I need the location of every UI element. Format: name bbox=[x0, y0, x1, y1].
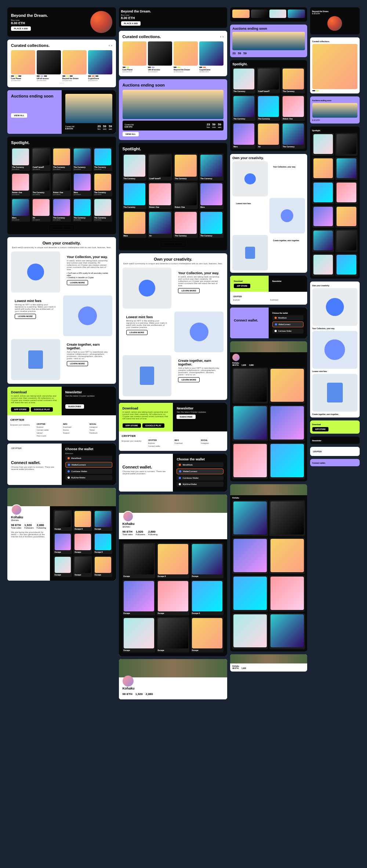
bid-button[interactable]: PLACE A BID bbox=[11, 26, 31, 31]
nft-item[interactable]: Escape bbox=[123, 580, 155, 615]
nft-item[interactable]: Mars bbox=[123, 211, 147, 238]
nft-item[interactable]: The Currency@randomb bbox=[93, 147, 112, 171]
nft-item[interactable]: Robot: One bbox=[174, 182, 198, 209]
nft-item[interactable]: CuteP lanet® bbox=[148, 154, 172, 181]
countdown: 23hrs59min59sec bbox=[98, 125, 112, 130]
wallet-option[interactable]: MyEtherWallet bbox=[65, 475, 112, 480]
arrow-icon[interactable]: › bbox=[222, 35, 224, 38]
view-all-button[interactable]: VIEW ALL bbox=[11, 113, 27, 118]
collection-item[interactable]: CryptoGame@randomdash bbox=[199, 41, 224, 73]
curated-section: Curated collections.‹› Cute Planet@rando… bbox=[7, 40, 116, 87]
nft-item[interactable]: Escape II bbox=[94, 533, 112, 554]
profile-page: Kohaku @kohaku 98 ETHTotal sales 1,920Fo… bbox=[7, 488, 116, 581]
profile-page: Kohaku 98 ETH1,9202,880 bbox=[119, 659, 228, 699]
nft-item[interactable]: Escape bbox=[94, 556, 112, 577]
collection-item[interactable]: CryptoGame@randomdash bbox=[88, 50, 112, 81]
nft-item[interactable]: Robot: One bbox=[148, 182, 172, 209]
wallet-mini: Connect wallet. Choose the wallet MetaMa… bbox=[230, 308, 307, 338]
nft-item[interactable]: Air@randomb bbox=[32, 198, 51, 222]
nft-item[interactable]: The Currency bbox=[174, 211, 198, 238]
nft-item[interactable]: The Currency@randomb bbox=[73, 198, 92, 222]
nft-item[interactable]: Escape bbox=[157, 617, 189, 652]
nft-item[interactable]: Escape bbox=[94, 510, 112, 532]
nft-item[interactable]: Escape II bbox=[191, 580, 224, 615]
nft-item[interactable]: The Currency bbox=[199, 154, 224, 181]
nft-item[interactable]: Escape bbox=[157, 580, 189, 615]
profile-mini: Kohaku bbox=[230, 484, 307, 652]
learn-button[interactable]: LEARN MORE bbox=[15, 314, 36, 319]
nft-item[interactable]: The Currency@randomb bbox=[11, 147, 30, 171]
view-button[interactable]: VIEW ALL bbox=[123, 132, 139, 136]
nft-item[interactable]: CuteP lanet®@randomb bbox=[32, 147, 51, 171]
nft-item[interactable]: Escape bbox=[54, 510, 72, 532]
wallet-option[interactable]: WalletConnect bbox=[177, 468, 224, 474]
explore-button[interactable]: EXPLORE MORE bbox=[161, 242, 185, 247]
arrow-left-icon[interactable]: ‹ bbox=[109, 44, 110, 47]
arrow-right-icon[interactable]: › bbox=[111, 44, 112, 47]
wallet-option[interactable]: Coinbase Wallet bbox=[65, 469, 112, 474]
newsletter-mobile: Newsletter bbox=[310, 437, 360, 444]
nft-item[interactable]: Robot: One@randomb bbox=[11, 173, 30, 196]
learn-button[interactable]: LEARN MORE bbox=[126, 330, 148, 335]
appstore-button[interactable]: APP STORE bbox=[123, 423, 141, 428]
nft-item[interactable]: Escape II bbox=[73, 510, 92, 532]
nft-item[interactable]: The Currency@randomb bbox=[52, 198, 71, 222]
collection-item[interactable]: UI8 all access@randomdash bbox=[148, 41, 172, 73]
collection-item[interactable]: UI8 all access@randomdash bbox=[37, 50, 61, 81]
nft-item[interactable]: Escape bbox=[191, 617, 224, 652]
subscribe-button[interactable]: SUBSCRIBE bbox=[177, 415, 195, 419]
nft-item[interactable]: Escape II bbox=[157, 543, 189, 578]
nft-item[interactable]: The Currency bbox=[123, 182, 147, 209]
spotlight-title: Spotlight. bbox=[11, 140, 112, 145]
play-button[interactable]: GOOGLE PLAY bbox=[31, 407, 52, 412]
wallet-section: Connect wallet.Choose how you want to co… bbox=[119, 454, 228, 492]
explore-button[interactable]: EXPLORE MORE bbox=[50, 225, 74, 231]
collection-item[interactable]: Beyond the Dream@randomdash bbox=[174, 41, 198, 73]
nft-item[interactable]: Mars@randomb bbox=[11, 198, 30, 222]
nft-item[interactable]: Mars@randomb bbox=[73, 173, 92, 196]
nft-item[interactable]: The Currency@randomb bbox=[73, 147, 92, 171]
wallet-option[interactable]: MetaMask bbox=[177, 462, 224, 467]
learn-button[interactable]: LEARN MORE bbox=[178, 377, 199, 382]
creativity-mini: Own your creativity. Your Collection, yo… bbox=[230, 154, 307, 273]
collection-item[interactable]: Beyond the Dream@randomdash bbox=[62, 50, 87, 81]
wallet-option[interactable]: MyEtherWallet bbox=[177, 482, 224, 487]
learn-button[interactable]: LEARN MORE bbox=[67, 280, 88, 285]
spotlight-section: Spotlight. The Currency CuteP lanet® The… bbox=[119, 143, 228, 250]
subscribe-button[interactable]: SUBSCRIBE bbox=[65, 404, 84, 409]
hero-title: Beyond the Dream. bbox=[11, 13, 48, 18]
nft-item[interactable]: The Currency bbox=[123, 154, 147, 181]
collection-item[interactable]: Cute Planet@randomdash bbox=[123, 41, 147, 73]
learn-button[interactable]: LEARN MORE bbox=[178, 288, 199, 293]
nft-item[interactable]: Escape bbox=[123, 543, 155, 578]
wallet-option[interactable]: Coinbase Wallet bbox=[177, 475, 224, 481]
auctions-mobile: Auctions ending soon 8.00 ETH bbox=[310, 96, 360, 124]
nft-item[interactable]: The Currency@randomb bbox=[32, 173, 51, 196]
nft-item[interactable]: The Currency@randomb bbox=[93, 198, 112, 222]
nft-item[interactable]: Escape bbox=[123, 617, 155, 652]
nft-item[interactable]: The Currency@randomb bbox=[52, 147, 71, 171]
learn-button[interactable]: LEARN MORE bbox=[67, 361, 88, 366]
profile-banner bbox=[7, 488, 116, 506]
wallet-option[interactable]: MetaMask bbox=[65, 456, 112, 461]
nft-item[interactable]: The Currency@randomb bbox=[93, 173, 112, 196]
appstore-button[interactable]: APP STORE bbox=[11, 407, 29, 412]
nft-item[interactable]: The Currency bbox=[174, 154, 198, 181]
nft-item[interactable]: Escape bbox=[54, 533, 72, 554]
nft-item[interactable]: The Currency bbox=[199, 211, 224, 238]
auctions-title: Auctions ending soon bbox=[11, 94, 58, 99]
footer-mobile: CRYPTER bbox=[310, 447, 360, 456]
nft-item[interactable]: Mars bbox=[199, 182, 224, 209]
bid-button[interactable]: PLACE A BID bbox=[121, 21, 141, 26]
nft-item[interactable]: Escape bbox=[54, 556, 72, 577]
nft-item[interactable]: Air bbox=[148, 211, 172, 238]
nft-item[interactable]: Escape bbox=[73, 533, 92, 554]
nft-item[interactable]: Escape bbox=[191, 543, 224, 578]
arrow-icon[interactable]: ‹ bbox=[220, 35, 221, 38]
play-button[interactable]: GOOGLE PLAY bbox=[142, 423, 164, 428]
wallet-option[interactable]: WalletConnect bbox=[65, 462, 112, 468]
nft-item[interactable]: Escape bbox=[73, 556, 92, 577]
collection-item[interactable]: Cute Planet@randomdash bbox=[11, 50, 35, 81]
nft-item[interactable]: Robot: One@randomb bbox=[52, 173, 71, 196]
creativity-section: Own your creativity.Each web3 community … bbox=[119, 253, 228, 400]
